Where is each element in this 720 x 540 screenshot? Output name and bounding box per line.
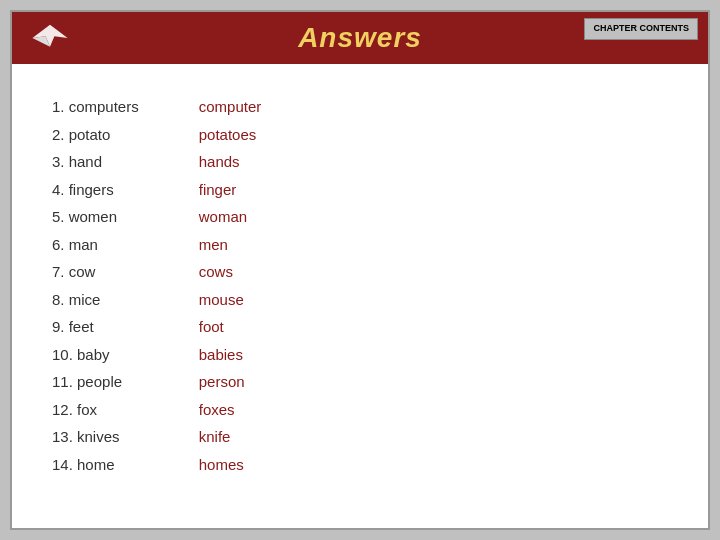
list-item: computer <box>199 94 262 120</box>
list-item: 13. knives <box>52 424 139 450</box>
list-item: 12. fox <box>52 397 139 423</box>
list-item: 10. baby <box>52 342 139 368</box>
list-item: 11. people <box>52 369 139 395</box>
slide: Answers CHAPTER CONTENTS 1. computers2. … <box>10 10 710 530</box>
page-title: Answers <box>298 22 422 54</box>
bird-logo-icon <box>28 20 72 56</box>
list-item: 5. women <box>52 204 139 230</box>
right-column: computerpotatoeshandsfingerwomanmencowsm… <box>199 94 262 477</box>
list-item: 9. feet <box>52 314 139 340</box>
left-column: 1. computers2. potato3. hand4. fingers5.… <box>52 94 139 477</box>
list-item: 8. mice <box>52 287 139 313</box>
svg-marker-0 <box>32 25 67 47</box>
list-item: foxes <box>199 397 262 423</box>
content-area: 1. computers2. potato3. hand4. fingers5.… <box>12 64 708 497</box>
list-item: knife <box>199 424 262 450</box>
list-item: babies <box>199 342 262 368</box>
list-item: 2. potato <box>52 122 139 148</box>
list-item: men <box>199 232 262 258</box>
header-bar: Answers CHAPTER CONTENTS <box>12 12 708 64</box>
list-item: 7. cow <box>52 259 139 285</box>
list-item: homes <box>199 452 262 478</box>
list-item: foot <box>199 314 262 340</box>
list-item: 3. hand <box>52 149 139 175</box>
list-item: woman <box>199 204 262 230</box>
list-item: 6. man <box>52 232 139 258</box>
chapter-contents-button[interactable]: CHAPTER CONTENTS <box>584 18 698 40</box>
list-item: mouse <box>199 287 262 313</box>
list-item: 1. computers <box>52 94 139 120</box>
list-item: potatoes <box>199 122 262 148</box>
list-item: finger <box>199 177 262 203</box>
list-item: 14. home <box>52 452 139 478</box>
list-item: 4. fingers <box>52 177 139 203</box>
list-item: hands <box>199 149 262 175</box>
list-item: cows <box>199 259 262 285</box>
list-item: person <box>199 369 262 395</box>
